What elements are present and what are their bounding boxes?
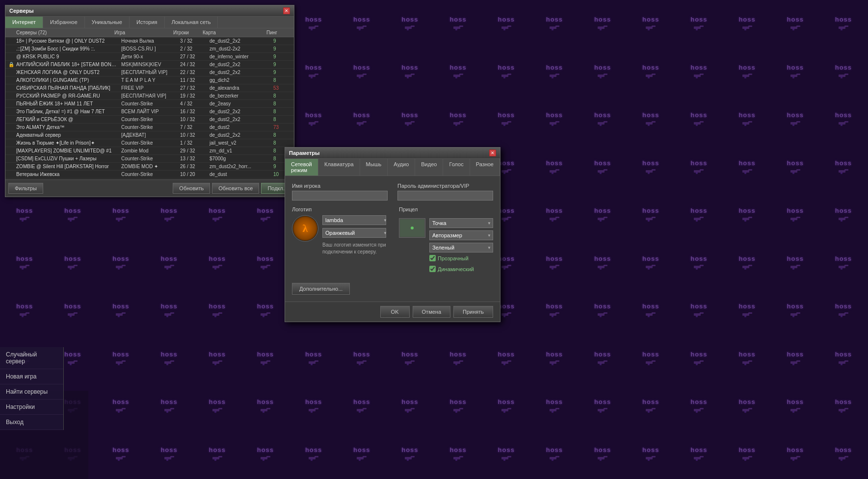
params-tab-voice[interactable]: Голос (443, 159, 470, 176)
bg-cell: hoss (1, 192, 48, 239)
table-row[interactable]: [[CSDM]✦Пушки+Лазеры✦×[FREEVIP]× [WWW.Be… (5, 178, 294, 179)
svg-rect-364 (652, 312, 656, 314)
bg-cell: hoss (483, 97, 530, 144)
svg-rect-385 (122, 360, 126, 362)
params-tab-video[interactable]: Видео (415, 159, 443, 176)
server-window-close[interactable]: ✕ (283, 7, 290, 14)
svg-rect-392 (214, 363, 216, 365)
apply-button[interactable]: Принять (453, 306, 493, 318)
bg-cell: hoss (483, 1, 530, 48)
bg-cell: hoss (290, 336, 337, 383)
table-row[interactable]: СИБИРСКАЯ ПЬЯНАЯ ПАНДА [ПАБЛИК] FREE VIP… (5, 84, 294, 92)
svg-rect-31 (507, 25, 511, 27)
svg-rect-532 (748, 456, 752, 457)
svg-rect-427 (796, 360, 800, 362)
svg-rect-76 (363, 74, 367, 75)
svg-rect-415 (604, 360, 607, 362)
svg-rect-287 (263, 268, 264, 270)
svg-rect-202 (652, 169, 656, 171)
tab-history[interactable]: История (130, 17, 165, 28)
tab-favorites[interactable]: Избранное (43, 17, 85, 28)
table-row[interactable]: [CSDM] ExCLUZiV Пушки + Лазеры Counter-S… (5, 155, 294, 163)
crosshair-type-select[interactable]: Точка Крест Т-образный (429, 218, 493, 228)
table-row[interactable]: ПЬЯНЫЙ ЁЖИК 18+ НАМ 11 ЛЕТ Counter-Strik… (5, 100, 294, 108)
table-row[interactable]: АЛКОГОЛИКИ | GUNGAME (TP) T E A M P L A … (5, 76, 294, 84)
svg-rect-256 (652, 217, 656, 218)
params-tab-mouse[interactable]: Мышь (360, 159, 388, 176)
table-row[interactable]: ЖЕНСКАЯ ЛОГИКА @ ONLY DUST2 [БЕСПЛАТНЫЙ … (5, 69, 294, 76)
params-titlebar[interactable]: Параметры ✕ (285, 148, 500, 159)
server-list-body[interactable]: 18+ | Русские Витязи @ | ONLY DUST2 Ночн… (5, 37, 294, 179)
admin-pass-input[interactable] (397, 191, 493, 201)
bg-cell: hoss (723, 192, 770, 239)
col-players[interactable]: Игроки (172, 29, 202, 36)
table-row[interactable]: 🔒 АНГЛИЙСКИЙ ПАБЛИК 18+ [STEAM BONUS] MS… (5, 61, 294, 69)
logo-color-select[interactable]: Оранжевый Красный Синий Зелёный (322, 228, 386, 238)
table-row[interactable]: Это ALMATY Детка™ Counter-Strike 7 / 32 … (5, 124, 294, 131)
params-close[interactable]: ✕ (489, 150, 496, 156)
table-row[interactable]: Жизнь в Тюрьме ✦[Life in Prison]✦ Counte… (5, 139, 294, 147)
transparent-checkbox[interactable] (429, 255, 436, 261)
table-row[interactable]: ZOMBIE @ Silent Hill [DARKSTAR] Horror Z… (5, 163, 294, 171)
table-row[interactable]: .::[ZM] Зомби Босс | Скидки 99% ::. [BOS… (5, 45, 294, 53)
refresh-button[interactable]: Обновить (173, 183, 210, 194)
advanced-button[interactable]: Дополнительно... (292, 283, 350, 295)
row-lock (7, 148, 15, 154)
bg-cell: hoss (772, 1, 819, 48)
bg-cell: hoss (627, 192, 674, 239)
menu-item-find-servers[interactable]: Найти серверы (0, 384, 63, 400)
table-row[interactable]: 18+ | Русские Витязи @ | ONLY DUST2 Ночн… (5, 37, 294, 45)
menu-item-random-server[interactable]: Случайный сервер (0, 347, 63, 369)
dynamic-checkbox[interactable] (429, 266, 436, 272)
row-players: 9 / 32 (179, 179, 209, 179)
refresh-all-button[interactable]: Обновить все (212, 183, 259, 194)
ok-button[interactable]: OK (380, 306, 410, 318)
bg-cell: hoss (675, 145, 722, 192)
row-lock (7, 85, 15, 91)
table-row[interactable]: [MAXPLAYERS] ZOMBIE UNLIMITED@ #1 Zombie… (5, 147, 294, 155)
row-ping: 9 (272, 53, 292, 60)
server-window-titlebar[interactable]: Серверы ✕ (5, 5, 294, 17)
col-lock (7, 29, 15, 36)
svg-rect-529 (700, 456, 704, 457)
svg-rect-203 (648, 172, 650, 174)
bg-cell: hoss (290, 431, 337, 479)
crosshair-color-select[interactable]: Зеленый Красный Синий Белый (429, 243, 493, 252)
col-ping[interactable]: Пинг (265, 29, 285, 36)
params-tab-misc[interactable]: Разное (470, 159, 500, 176)
bg-cell: hoss (145, 192, 192, 239)
svg-rect-526 (652, 456, 656, 457)
svg-rect-215 (841, 172, 842, 174)
menu-item-exit[interactable]: Выход (0, 415, 63, 430)
col-server[interactable]: Серверы (72) (15, 29, 113, 36)
tab-unique[interactable]: Уникальные (85, 17, 130, 28)
cancel-button[interactable]: Отмена (413, 306, 450, 318)
bg-cell: hoss (434, 49, 481, 96)
table-row[interactable]: Это Паблик, Детка! =) #1 @ Нам 7 ЛЕТ ВСЕ… (5, 108, 294, 116)
menu-item-new-game[interactable]: Новая игра (0, 369, 63, 384)
svg-rect-484 (844, 408, 848, 409)
table-row[interactable]: РУССКИЙ РАЗМЕР @ RR-GAME.RU [БЕСПЛАТНАЯ … (5, 92, 294, 100)
svg-rect-212 (792, 172, 794, 174)
svg-rect-154 (748, 121, 752, 123)
filters-button[interactable]: Фильтры (8, 183, 43, 194)
col-game[interactable]: Игра (113, 29, 172, 36)
row-name: @ KRSK PUBLIC 9 (15, 53, 120, 60)
params-tab-network[interactable]: Сетевой режим (285, 159, 318, 176)
params-tab-keyboard[interactable]: Клавиатура (318, 159, 360, 176)
tab-lan[interactable]: Локальная сеть (165, 17, 218, 28)
crosshair-size-select[interactable]: Авторазмер Маленький Средний Большой (429, 230, 493, 240)
logo-type-select[interactable]: lambda skull bomb (322, 215, 386, 225)
table-row[interactable]: Адекватный сервер [АДЕКВАТ] 10 / 32 de_d… (5, 131, 294, 139)
svg-rect-262 (748, 217, 752, 218)
tab-internet[interactable]: Интернет (5, 17, 43, 28)
menu-item-settings[interactable]: Настройки (0, 400, 63, 415)
player-name-input[interactable] (292, 191, 388, 201)
table-row[interactable]: @ KRSK PUBLIC 9 Дети 90-х 27 / 32 de_inf… (5, 53, 294, 61)
svg-rect-140 (503, 124, 505, 126)
params-tab-audio[interactable]: Аудио (388, 159, 415, 176)
col-map[interactable]: Карта (202, 29, 265, 36)
table-row[interactable]: Ветераны Ижевска Counter-Strike 10 / 20 … (5, 171, 294, 178)
table-row[interactable]: ЛЕГКИЙ и СЕРЬЁЗОК @ Counter-Strike 10 / … (5, 116, 294, 124)
svg-rect-521 (552, 459, 553, 461)
